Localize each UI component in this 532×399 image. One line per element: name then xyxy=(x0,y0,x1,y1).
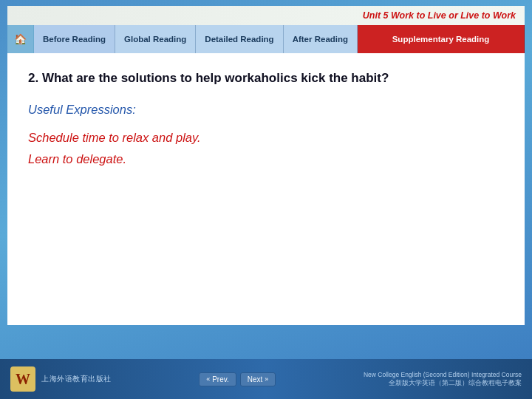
next-arrow-icon: » xyxy=(265,375,268,383)
app-container: Unit 5 Work to Live or Live to Work 🏠 Be… xyxy=(0,0,532,399)
next-button[interactable]: Next » xyxy=(240,372,276,386)
nav-buttons-area: « Prev. Next » xyxy=(199,372,276,386)
tabs-bar: 🏠 Before Reading Global Reading Detailed… xyxy=(7,25,525,53)
answer-line-2: Learn to delegate. xyxy=(28,149,504,171)
tab-after-reading[interactable]: After Reading xyxy=(284,25,358,53)
prev-arrow-icon: « xyxy=(206,375,210,383)
question-text: 2. What are the solutions to help workah… xyxy=(28,69,504,88)
bottom-logo-area: W 上海外语教育出版社 xyxy=(10,366,112,392)
answer-line-1: Schedule time to relax and play. xyxy=(28,127,504,149)
home-button[interactable]: 🏠 xyxy=(7,25,34,53)
unit-title: Unit 5 Work to Live or Live to Work xyxy=(363,10,516,21)
tab-global-reading[interactable]: Global Reading xyxy=(115,25,196,53)
answer-text: Schedule time to relax and play. Learn t… xyxy=(28,127,504,171)
logo-cn-text: 上海外语教育出版社 xyxy=(41,374,112,384)
logo-w-box: W xyxy=(10,366,35,392)
course-info: New College English (Second Edition) Int… xyxy=(364,371,522,388)
prev-button[interactable]: « Prev. xyxy=(199,372,236,386)
tab-supplementary-reading[interactable]: Supplementary Reading xyxy=(358,25,525,53)
main-content: 2. What are the solutions to help workah… xyxy=(7,53,525,325)
tab-detailed-reading[interactable]: Detailed Reading xyxy=(196,25,283,53)
tab-before-reading[interactable]: Before Reading xyxy=(34,25,115,53)
header-bar: Unit 5 Work to Live or Live to Work xyxy=(7,6,525,25)
bottom-bar: W 上海外语教育出版社 « Prev. Next » New College E… xyxy=(0,359,532,399)
course-line-2: 全新版大学英语（第二版）综合教程电子教案 xyxy=(389,379,522,388)
home-icon: 🏠 xyxy=(14,33,27,45)
useful-expressions-label: Useful Expressions: xyxy=(28,103,504,117)
course-line-1: New College English (Second Edition) Int… xyxy=(364,371,522,378)
